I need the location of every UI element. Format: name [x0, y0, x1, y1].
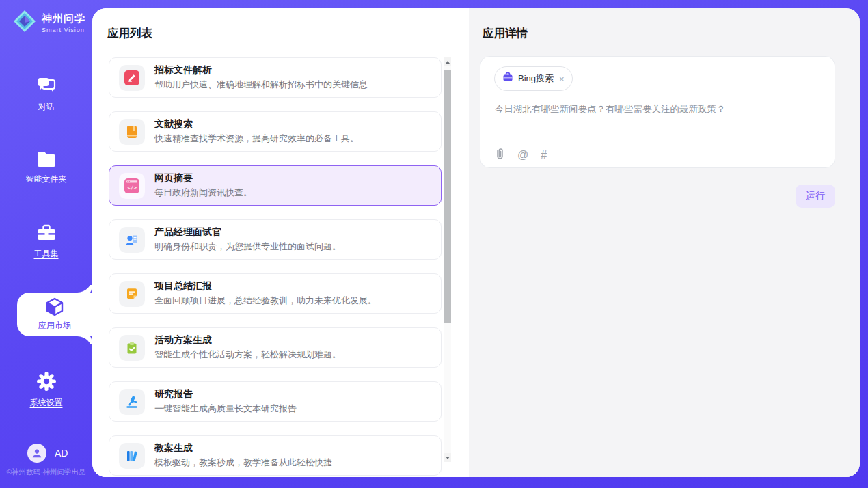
- sidebar-item-settings[interactable]: 系统设置: [0, 371, 92, 409]
- app-card-literature-search[interactable]: 文献搜索 快速精准查找学术资源，提高研究效率的必备工具。: [109, 111, 442, 152]
- app-title: 产品经理面试官: [154, 226, 341, 239]
- app-desc: 每日政府新闻资讯快查。: [154, 187, 252, 199]
- scrollbar-thumb[interactable]: [444, 70, 451, 323]
- app-title: 教案生成: [154, 442, 332, 455]
- microscope-icon: [119, 389, 145, 415]
- app-desc: 智能生成个性化活动方案，轻松解决规划难题。: [154, 349, 341, 361]
- app-detail-title: 应用详情: [483, 26, 528, 41]
- edit-doc-icon: [119, 65, 145, 91]
- copyright-footer: ©神州数码·神州问学出品: [0, 467, 92, 477]
- app-title: 文献搜索: [154, 118, 359, 131]
- app-desc: 模板驱动，教案秒成，教学准备从此轻松快捷: [154, 457, 332, 469]
- app-title: 活动方案生成: [154, 334, 341, 347]
- query-text[interactable]: 今日湖北有哪些新闻要点？有哪些需要关注的最新政策？: [495, 103, 726, 116]
- app-desc: 帮助用户快速、准确地理解和解析招标书中的关键信息: [154, 79, 368, 91]
- cube-icon: [17, 296, 92, 318]
- app-desc: 全面回顾项目进展，总结经验教训，助力未来优化发展。: [154, 295, 377, 307]
- app-detail-panel: 应用详情 Bing搜索 × 今日湖北有哪些新闻要点？有哪些需要关注的最新政策？: [469, 8, 860, 477]
- toolbox-icon: [0, 223, 92, 243]
- app-title: 网页摘要: [154, 172, 252, 185]
- list-scrollbar[interactable]: [444, 57, 451, 462]
- app-window: 神州问学 Smart Vision 对话 智能文件夹: [0, 0, 868, 488]
- app-desc: 一键智能生成高质量长文本研究报告: [154, 403, 297, 415]
- sidebar-item-label: 工具集: [0, 248, 92, 260]
- diamond-logo-icon: [12, 9, 37, 36]
- gear-icon: [0, 371, 92, 392]
- sidebar-item-label: 智能文件夹: [0, 174, 92, 185]
- app-card-pm-interviewer[interactable]: 产品经理面试官 明确身份和职责，为您提供专业性的面试问题。: [109, 219, 442, 260]
- app-card-tender-analysis[interactable]: 招标文件解析 帮助用户快速、准确地理解和解析招标书中的关键信息: [109, 57, 442, 98]
- browser-code-icon: </>: [119, 173, 145, 199]
- briefcase-icon: [502, 72, 513, 85]
- app-card-project-report[interactable]: 项目总结汇报 全面回顾项目进展，总结经验教训，助力未来优化发展。: [109, 273, 442, 314]
- svg-text:</>: </>: [128, 185, 137, 191]
- app-list-panel: 应用列表 招标文件解析 帮助用户快速、准确地理解和解析招标书中的关键信息: [92, 8, 469, 477]
- close-icon[interactable]: ×: [559, 74, 565, 84]
- sidebar-item-toolbox[interactable]: 工具集: [0, 223, 92, 260]
- app-list-title: 应用列表: [107, 26, 152, 41]
- app-desc: 明确身份和职责，为您提供专业性的面试问题。: [154, 241, 341, 253]
- app-card-activity-plan[interactable]: 活动方案生成 智能生成个性化活动方案，轻松解决规划难题。: [109, 327, 442, 368]
- content-area: 应用列表 招标文件解析 帮助用户快速、准确地理解和解析招标书中的关键信息: [92, 8, 860, 477]
- app-title: 研究报告: [154, 388, 297, 401]
- sidebar-item-label: 应用市场: [17, 320, 92, 331]
- folder-icon: [0, 150, 92, 168]
- attachment-icon[interactable]: [495, 148, 505, 163]
- brand-name: 神州问学: [42, 12, 85, 25]
- tool-tag-label: Bing搜索: [518, 72, 554, 85]
- input-toolbar: @ #: [495, 148, 547, 163]
- app-title: 招标文件解析: [154, 64, 368, 77]
- user-initials: AD: [55, 448, 68, 459]
- hash-icon[interactable]: #: [541, 149, 547, 161]
- sidebar-item-app-market[interactable]: 应用市场: [17, 293, 92, 336]
- sidebar-item-label: 对话: [0, 101, 92, 113]
- book-icon: [119, 119, 145, 145]
- chat-icon: [0, 75, 92, 96]
- brand-logo: 神州问学 Smart Vision: [12, 9, 85, 36]
- app-desc: 快速精准查找学术资源，提高研究效率的必备工具。: [154, 133, 359, 145]
- tool-tag-bing-search[interactable]: Bing搜索 ×: [494, 66, 573, 91]
- sidebar-item-smart-folder[interactable]: 智能文件夹: [0, 150, 92, 185]
- user-account[interactable]: AD: [27, 444, 68, 463]
- brand-tagline: Smart Vision: [42, 27, 85, 33]
- app-card-lesson-plan[interactable]: 教案生成 模板驱动，教案秒成，教学准备从此轻松快捷: [109, 435, 442, 476]
- run-button[interactable]: 运行: [796, 185, 835, 208]
- interviewer-icon: [119, 227, 145, 253]
- app-title: 项目总结汇报: [154, 280, 377, 293]
- app-card-web-summary[interactable]: </> 网页摘要 每日政府新闻资讯快查。: [109, 165, 442, 206]
- app-list: 招标文件解析 帮助用户快速、准确地理解和解析招标书中的关键信息 文献搜索: [109, 57, 442, 477]
- clipboard-check-icon: [119, 335, 145, 361]
- sidebar-item-label: 系统设置: [0, 397, 92, 409]
- prompt-card: Bing搜索 × 今日湖北有哪些新闻要点？有哪些需要关注的最新政策？ @ #: [480, 56, 835, 168]
- books-icon: [119, 443, 145, 469]
- scroll-down-icon[interactable]: [444, 453, 451, 462]
- sidebar-item-chat[interactable]: 对话: [0, 75, 92, 113]
- app-card-research-report[interactable]: 研究报告 一键智能生成高质量长文本研究报告: [109, 381, 442, 422]
- avatar: [27, 444, 46, 463]
- mention-icon[interactable]: @: [517, 149, 528, 161]
- sidebar: 神州问学 Smart Vision 对话 智能文件夹: [0, 0, 92, 488]
- scroll-up-icon[interactable]: [444, 57, 451, 66]
- note-icon: [119, 281, 145, 307]
